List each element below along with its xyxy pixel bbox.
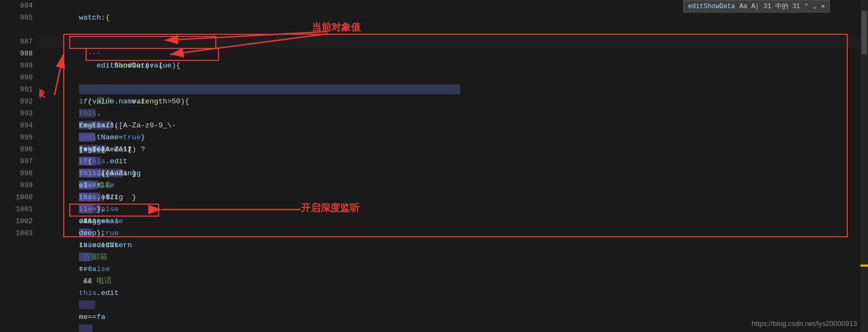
line-num-999: 999 xyxy=(0,180,33,192)
scrollbar[interactable] xyxy=(860,0,868,332)
code-line-1000: } xyxy=(39,180,868,192)
line-num-986 xyxy=(0,24,33,36)
code-line-988: 💡 editShowData: { xyxy=(39,36,868,48)
code-line-1002: deep:true xyxy=(39,204,868,216)
search-bar[interactable]: editShowData Aa A| 31 中的 31 ⌃ ⌄ ✕ xyxy=(683,0,830,13)
code-line-991: if(value.name.length>50){ this. .editNam… xyxy=(39,72,868,84)
line-num-989: 989 xyxy=(0,60,33,72)
line-num-996: 996 xyxy=(0,144,33,156)
search-term: editShowData xyxy=(688,3,735,10)
line-num-990: 990 xyxy=(0,72,33,84)
line-numbers: 984 985 987 988 989 990 991 992 993 994 … xyxy=(0,0,39,332)
code-line-996: if( .user il==false && is.editUsern ==fa… xyxy=(39,132,868,144)
code-line-993: regEmail. (value.email) ? thi il=false :… xyxy=(39,96,868,108)
line-num-988: 988 xyxy=(0,48,33,60)
line-num-993: 993 xyxy=(0,108,33,120)
search-next[interactable]: ⌄ xyxy=(813,2,817,10)
search-nav: Aa A| xyxy=(739,3,759,10)
line-num-995: 995 xyxy=(0,132,33,144)
scrollbar-thumb xyxy=(861,11,867,54)
code-area[interactable]: watch:{ › addloaddingg(){ ··· }, 💡 editS… xyxy=(39,0,868,332)
line-num-1003: 1003 xyxy=(0,228,33,239)
line-num-991: 991 xyxy=(0,84,33,96)
code-line-992: var Email=/^([A-Za-z0-9_\- ]+\@([A-Za-z … xyxy=(39,84,868,96)
search-close[interactable]: ✕ xyxy=(821,2,825,10)
code-line-985: › addloaddingg(){ ··· xyxy=(39,12,868,24)
line-num-1000: 1000 xyxy=(0,192,33,204)
code-line-1003: }, xyxy=(39,216,868,228)
code-line-1001: }, xyxy=(39,192,868,204)
search-count: 31 中的 31 xyxy=(763,2,800,11)
line-num-994: 994 xyxy=(0,120,33,132)
line-num-997: 997 xyxy=(0,156,33,168)
code-line-998: } el xyxy=(39,156,868,168)
line-num-1002: 1002 xyxy=(0,216,33,228)
scroll-indicator xyxy=(860,265,868,267)
code-lines: watch:{ › addloaddingg(){ ··· }, 💡 editS… xyxy=(39,0,868,228)
code-line-997: this.loaddingg lse xyxy=(39,144,868,156)
line-num-987: 987 xyxy=(0,36,33,48)
code-line-994: regTel= /^1[ 78]\d{ xyxy=(39,108,868,120)
search-prev[interactable]: ⌃ xyxy=(804,2,808,10)
line-num-984: 984 xyxy=(0,0,33,12)
editor-container: editShowData Aa A| 31 中的 31 ⌃ ⌄ ✕ 984 98… xyxy=(0,0,868,332)
line-num-998: 998 xyxy=(0,168,33,180)
code-line-999: this. dingg=true xyxy=(39,168,868,180)
watermark: https://blog.csdn.net/lys20000913 xyxy=(751,319,857,328)
code-line-990: // 用户 xyxy=(39,60,868,72)
line-num-1001: 1001 xyxy=(0,204,33,216)
line-num-992: 992 xyxy=(0,96,33,108)
code-line-995: regTel. ? this.edit =false : this.edit t… xyxy=(39,120,868,132)
code-line-987: }, xyxy=(39,24,868,36)
code-line-989: handler(value){ xyxy=(39,48,868,60)
line-num-985: 985 xyxy=(0,12,33,24)
